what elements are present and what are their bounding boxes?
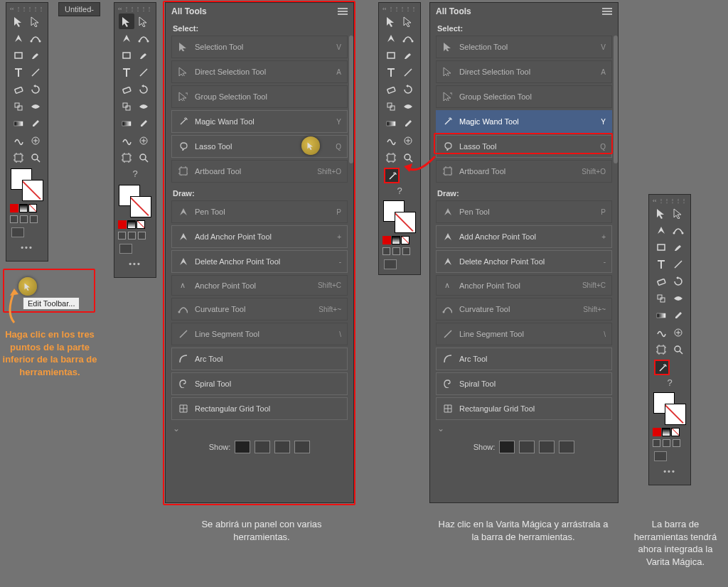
- line-tool[interactable]: [670, 257, 686, 272]
- document-tab[interactable]: Untitled-: [58, 2, 100, 16]
- direct-selection-tool[interactable]: [136, 14, 151, 29]
- help-icon[interactable]: ?: [651, 377, 688, 389]
- item-pen[interactable]: Pen ToolP: [171, 200, 348, 223]
- eyedropper-tool[interactable]: [670, 308, 686, 323]
- panel-menu-icon[interactable]: [602, 8, 612, 15]
- show-opt-3[interactable]: [274, 441, 290, 453]
- artboard-tool[interactable]: [119, 150, 134, 166]
- scrollbar-thumb[interactable]: [349, 36, 353, 163]
- color-mode-gradient[interactable]: [127, 220, 136, 229]
- pen-tool[interactable]: [119, 31, 134, 46]
- show-opt-1[interactable]: [499, 441, 515, 453]
- symbol-tool[interactable]: [28, 133, 43, 149]
- color-mode-none[interactable]: [136, 220, 145, 229]
- shaper-tool[interactable]: [653, 325, 669, 340]
- width-tool[interactable]: [670, 291, 686, 306]
- item-add-anchor[interactable]: Add Anchor Point Tool+: [436, 225, 612, 248]
- rotate-tool[interactable]: [28, 82, 43, 97]
- color-mode-gradient[interactable]: [662, 428, 670, 436]
- scale-tool[interactable]: [11, 99, 26, 114]
- rectangle-tool[interactable]: [383, 48, 399, 63]
- item-direct[interactable]: Direct Selection ToolA: [436, 60, 612, 83]
- item-rect-grid[interactable]: Rectangular Grid Tool: [171, 397, 348, 420]
- color-mode-color[interactable]: [10, 204, 18, 212]
- gradient-tool[interactable]: [11, 116, 26, 131]
- width-tool[interactable]: [400, 99, 416, 114]
- type-tool[interactable]: [653, 257, 669, 272]
- eyedropper-tool[interactable]: [400, 116, 416, 131]
- rectangle-tool[interactable]: [653, 239, 669, 255]
- eraser-tool[interactable]: [119, 82, 134, 97]
- item-add-anchor[interactable]: Add Anchor Point Tool+: [171, 225, 348, 248]
- show-opt-4[interactable]: [559, 441, 574, 453]
- item-spiral[interactable]: Spiral Tool: [436, 372, 612, 395]
- eraser-tool[interactable]: [11, 82, 26, 97]
- item-group[interactable]: Group Selection Tool: [436, 85, 612, 108]
- screen-mode[interactable]: [9, 225, 46, 240]
- rotate-tool[interactable]: [670, 274, 686, 289]
- rectangle-tool[interactable]: [119, 48, 134, 63]
- selection-tool[interactable]: [383, 14, 399, 29]
- pen-tool[interactable]: [11, 31, 26, 46]
- paintbrush-tool[interactable]: [670, 239, 686, 255]
- symbol-tool[interactable]: [400, 133, 416, 149]
- zoom-tool[interactable]: [28, 150, 43, 166]
- magic-wand-tool-added[interactable]: [654, 360, 670, 375]
- item-curvature[interactable]: Curvature ToolShift+~: [436, 298, 612, 321]
- line-tool[interactable]: [400, 65, 416, 80]
- line-tool[interactable]: [136, 65, 151, 80]
- item-del-anchor[interactable]: Delete Anchor Point Tool-: [171, 250, 348, 273]
- item-magic-wand-selected[interactable]: Magic Wand ToolY: [436, 110, 612, 133]
- color-mode-none[interactable]: [28, 204, 37, 212]
- color-mode-none[interactable]: [401, 236, 410, 244]
- chevron-down-icon[interactable]: ⌄: [171, 422, 181, 435]
- eraser-tool[interactable]: [383, 82, 399, 97]
- gradient-tool[interactable]: [653, 308, 669, 323]
- color-mode-color[interactable]: [382, 236, 391, 244]
- color-mode-color[interactable]: [118, 220, 127, 229]
- type-tool[interactable]: [383, 65, 399, 80]
- item-arc[interactable]: Arc Tool: [171, 348, 348, 370]
- item-anchor-pt[interactable]: ∧Anchor Point ToolShift+C: [171, 275, 348, 296]
- item-selection[interactable]: Selection ToolV: [171, 36, 348, 58]
- type-tool[interactable]: [11, 65, 26, 80]
- show-opt-1[interactable]: [235, 441, 250, 453]
- item-line[interactable]: Line Segment Tool\: [171, 323, 348, 345]
- draw-normal[interactable]: [10, 215, 18, 223]
- item-del-anchor[interactable]: Delete Anchor Point Tool-: [436, 250, 612, 273]
- symbol-tool[interactable]: [670, 325, 686, 340]
- item-group[interactable]: Group Selection Tool: [171, 85, 348, 108]
- gradient-tool[interactable]: [383, 116, 399, 131]
- zoom-tool[interactable]: [136, 150, 151, 166]
- eyedropper-tool[interactable]: [136, 116, 151, 131]
- pen-tool[interactable]: [383, 31, 399, 46]
- edit-toolbar-button[interactable]: •••: [659, 467, 680, 480]
- item-anchor-pt[interactable]: ∧Anchor Point ToolShift+C: [436, 275, 612, 296]
- chevron-down-icon[interactable]: ⌄: [436, 422, 446, 435]
- panel-menu-icon[interactable]: [338, 8, 348, 15]
- scale-tool[interactable]: [119, 99, 134, 114]
- item-direct[interactable]: Direct Selection ToolA: [171, 60, 348, 83]
- item-arc[interactable]: Arc Tool: [436, 348, 612, 370]
- curvature-tool[interactable]: [136, 31, 151, 46]
- curvature-tool[interactable]: [400, 31, 416, 46]
- color-swatches[interactable]: [11, 168, 43, 201]
- item-magic-wand[interactable]: Magic Wand ToolY: [171, 110, 348, 133]
- zoom-tool[interactable]: [670, 342, 686, 357]
- draw-behind[interactable]: [20, 215, 28, 223]
- item-line[interactable]: Line Segment Tool\: [436, 323, 612, 345]
- direct-selection-tool[interactable]: [28, 14, 43, 29]
- item-lasso[interactable]: Lasso ToolQ: [436, 135, 612, 158]
- pen-tool[interactable]: [653, 222, 669, 238]
- width-tool[interactable]: [28, 99, 43, 114]
- paintbrush-tool[interactable]: [28, 48, 43, 63]
- curvature-tool[interactable]: [670, 222, 686, 238]
- selection-tool[interactable]: [119, 14, 134, 29]
- item-artboard[interactable]: Artboard ToolShift+O: [171, 160, 348, 183]
- item-selection[interactable]: Selection ToolV: [436, 36, 612, 58]
- draw-inside[interactable]: [30, 215, 38, 223]
- item-pen[interactable]: Pen ToolP: [436, 200, 612, 223]
- scrollbar-thumb[interactable]: [614, 36, 618, 163]
- stroke-swatch[interactable]: [22, 180, 43, 201]
- edit-toolbar-button[interactable]: •••: [16, 243, 38, 256]
